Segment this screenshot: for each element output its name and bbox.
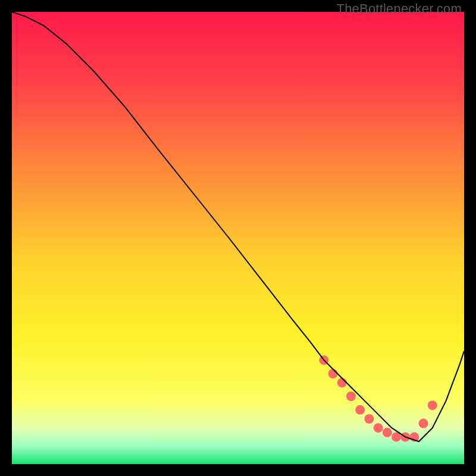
marker-dot (337, 378, 347, 387)
watermark-text: TheBottlenecker.com (337, 1, 462, 17)
marker-dot (328, 369, 338, 378)
chart-background (12, 12, 464, 464)
marker-dot (419, 419, 428, 428)
marker-dot (374, 423, 383, 433)
marker-dot (364, 414, 374, 424)
marker-dot (355, 405, 365, 415)
bottleneck-chart (12, 12, 464, 464)
marker-dot (428, 400, 437, 410)
marker-dot (346, 392, 356, 401)
chart-frame (12, 12, 464, 464)
marker-dot (383, 428, 392, 437)
